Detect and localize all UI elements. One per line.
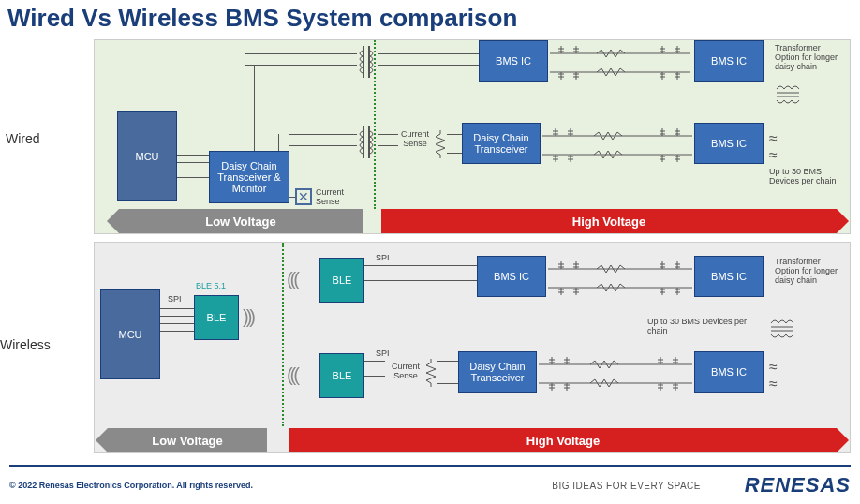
block-ble-lv: BLE — [194, 295, 239, 340]
label-current-sense: Current Sense — [396, 130, 434, 149]
block-ble-hv-top: BLE — [319, 258, 364, 303]
radio-waves-icon: ))) — [243, 306, 253, 328]
wire — [437, 361, 458, 362]
wire — [177, 155, 209, 156]
arrow-low-voltage: Low Voltage — [108, 428, 267, 452]
label-current-sense: Current Sense — [387, 363, 424, 381]
label-up-to-30: Up to 30 BMS Devices per chain — [769, 168, 848, 186]
wire — [447, 134, 462, 135]
copyright: © 2022 Renesas Electronics Corporation. … — [9, 481, 253, 490]
wire — [160, 308, 194, 309]
resistor-icon — [434, 130, 447, 162]
panel-wireless: MCU SPI BLE 5.1 BLE ))) ))) BLE SPI BMS … — [94, 242, 851, 453]
svg-rect-0 — [363, 46, 364, 78]
rc-network-icon — [548, 261, 692, 299]
radio-waves-icon: ))) — [289, 364, 300, 386]
continuation-icon: ≈≈ — [769, 359, 778, 393]
wire — [245, 53, 245, 151]
arrow-high-voltage: High Voltage — [381, 209, 837, 233]
wire — [437, 383, 458, 384]
label-spi: SPI — [376, 349, 390, 359]
tagline: BIG IDEAS FOR EVERY SPACE — [552, 481, 701, 491]
continuation-icon: ≈≈ — [769, 130, 778, 164]
wire — [289, 197, 295, 198]
radio-waves-icon: ))) — [289, 269, 300, 290]
block-mcu-wired: MCU — [117, 111, 177, 201]
block-bms-ic: BMS IC — [694, 256, 764, 297]
rc-network-icon — [550, 46, 690, 83]
page-title: Wired Vs Wireless BMS System comparison — [0, 0, 860, 37]
wire — [378, 65, 479, 66]
wire — [245, 53, 357, 54]
block-x-icon: ✕ — [295, 188, 312, 205]
wire — [378, 134, 398, 135]
block-ble-hv-bottom: BLE — [319, 353, 364, 398]
voltage-divider — [282, 243, 284, 426]
block-daisy-monitor: Daisy Chain Transceiver & Monitor — [209, 151, 289, 203]
label-ble-version: BLE 5.1 — [196, 282, 226, 291]
arrow-high-voltage: High Voltage — [289, 428, 837, 452]
wire — [364, 361, 385, 362]
rc-network-icon — [539, 357, 692, 394]
svg-rect-1 — [368, 46, 370, 78]
label-transformer-option: Transformer Option for longer daisy chai… — [775, 44, 846, 72]
block-bms-ic: BMS IC — [694, 123, 764, 164]
logo: RENESAS — [745, 473, 851, 497]
transformer-icon — [775, 83, 812, 110]
wire — [378, 145, 398, 146]
svg-rect-2 — [363, 126, 364, 158]
block-daisy-transceiver: Daisy Chain Transceiver — [462, 123, 541, 164]
wire — [378, 53, 479, 54]
wire — [278, 134, 279, 151]
label-transformer-option: Transformer Option for longer daisy chai… — [775, 258, 846, 286]
wire — [160, 316, 194, 317]
wire — [177, 177, 209, 178]
wire — [160, 331, 194, 332]
svg-rect-3 — [368, 126, 370, 158]
block-bms-ic: BMS IC — [479, 40, 548, 82]
wire — [447, 153, 462, 154]
wire — [289, 134, 357, 135]
label-current-sense-lv: Current Sense — [316, 188, 353, 207]
rc-network-icon — [542, 128, 692, 166]
block-bms-ic: BMS IC — [694, 351, 764, 393]
block-bms-ic: BMS IC — [694, 40, 764, 82]
footer: © 2022 Renesas Electronics Corporation. … — [9, 465, 851, 504]
label-up-to-30: Up to 30 BMS Devices per chain — [647, 318, 750, 336]
block-mcu-wireless: MCU — [100, 289, 160, 379]
wire — [177, 170, 209, 170]
label-wired: Wired — [6, 131, 40, 146]
voltage-divider — [374, 40, 376, 209]
wire — [364, 376, 385, 377]
wire — [177, 185, 209, 185]
block-bms-ic: BMS IC — [477, 256, 546, 297]
arrow-low-voltage: Low Voltage — [119, 209, 363, 233]
wire — [364, 280, 477, 281]
panel-wired: MCU Daisy Chain Transceiver & Monitor BM… — [94, 39, 851, 234]
wire — [177, 162, 209, 163]
resistor-icon — [424, 359, 437, 391]
label-spi: SPI — [376, 254, 390, 263]
label-spi: SPI — [168, 295, 182, 304]
label-wireless: Wireless — [0, 337, 51, 352]
wire — [364, 265, 477, 266]
wire — [289, 145, 357, 146]
wire — [245, 65, 357, 66]
block-daisy-transceiver: Daisy Chain Transceiver — [458, 351, 537, 393]
wire — [254, 65, 255, 151]
wire — [160, 323, 194, 324]
transformer-icon — [769, 318, 807, 344]
